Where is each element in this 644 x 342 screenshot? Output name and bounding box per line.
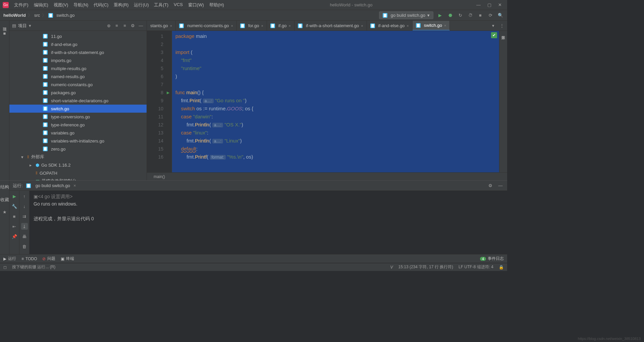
- project-tree[interactable]: 11.goif-and-else.goif-with-a-short-state…: [9, 31, 147, 180]
- stop-icon[interactable]: ■: [11, 213, 18, 220]
- run-settings-icon[interactable]: ⚙: [487, 182, 494, 189]
- project-file-11-go[interactable]: 11.go: [9, 32, 147, 40]
- menu-code[interactable]: 代码(C): [92, 1, 110, 9]
- code-area[interactable]: ✔ package mainimport ( "fmt" "runtime")f…: [172, 31, 499, 172]
- code-line-1[interactable]: package main: [175, 32, 496, 40]
- locate-icon[interactable]: ⊕: [106, 23, 112, 29]
- project-file-packages-go[interactable]: packages.go: [9, 89, 147, 97]
- code-line-6[interactable]: ): [175, 72, 496, 80]
- code-line-12[interactable]: fmt.Println( a…: "OS X."): [175, 121, 496, 129]
- menu-refactor[interactable]: 重构(R): [112, 1, 130, 9]
- menu-tools[interactable]: 工具(T): [152, 1, 170, 9]
- event-log-button[interactable]: 4 事件日志: [480, 256, 504, 262]
- menu-navigate[interactable]: 导航(N): [71, 1, 90, 9]
- close-tab-icon[interactable]: ×: [170, 24, 172, 28]
- exit-icon[interactable]: ⇤: [11, 223, 18, 230]
- code-line-13[interactable]: case "linux":: [175, 129, 496, 137]
- menu-view[interactable]: 视图(V): [52, 1, 70, 9]
- profile-button[interactable]: ⏱: [467, 12, 474, 19]
- pin-icon[interactable]: 📌: [11, 233, 18, 240]
- code-line-16[interactable]: fmt.Printf( format: "%s.\n", os): [175, 153, 496, 161]
- favorites-tool-button[interactable]: 收藏: [0, 197, 9, 203]
- more-tabs-icon[interactable]: ▾: [490, 22, 496, 29]
- chevron-down-icon[interactable]: ▾: [29, 23, 31, 28]
- project-file-if-with-a-short-statement-go[interactable]: if-with-a-short-statement.go: [9, 48, 147, 56]
- stop-button[interactable]: ■: [477, 12, 484, 19]
- project-file-imports-go[interactable]: imports.go: [9, 56, 147, 64]
- editor-tab-if-and-else-go[interactable]: if-and-else.go×: [367, 21, 413, 31]
- project-file-short-variable-declarations-go[interactable]: short-variable-declarations.go: [9, 97, 147, 105]
- code-line-11[interactable]: case "darwin":: [175, 113, 496, 121]
- print-icon[interactable]: 🖶: [21, 233, 28, 240]
- run-tool-button[interactable]: ▶ 运行: [3, 256, 16, 262]
- settings-icon[interactable]: ⚙: [130, 23, 136, 29]
- rerun-button[interactable]: ▶: [11, 193, 18, 199]
- wrench-icon[interactable]: 🔧: [11, 203, 18, 210]
- project-file-type-inference-go[interactable]: type-inference.go: [9, 121, 147, 129]
- editor-breadcrumb-text[interactable]: main(): [154, 174, 165, 179]
- code-line-2[interactable]: [175, 40, 496, 48]
- terminal-tool-button[interactable]: ▣ 终端: [61, 256, 74, 262]
- code-line-8[interactable]: func main() {: [175, 89, 496, 97]
- update-button[interactable]: ⟳: [487, 12, 494, 19]
- down-icon[interactable]: ↓: [21, 203, 28, 210]
- debug-button[interactable]: ⬣: [447, 12, 453, 19]
- close-tab-icon[interactable]: ×: [444, 23, 446, 27]
- go-sdk-node[interactable]: ▸⬢ Go SDK 1.16.2: [9, 161, 147, 169]
- menu-vcs[interactable]: VCS: [172, 1, 185, 9]
- expand-all-icon[interactable]: ≡: [114, 23, 120, 29]
- editor-tab-stants-go[interactable]: stants.go×: [147, 21, 176, 31]
- star-icon[interactable]: ★: [3, 210, 7, 215]
- close-icon[interactable]: ✕: [498, 2, 502, 7]
- external-lib-node[interactable]: ▾⫴ 外部库: [9, 153, 147, 161]
- editor-tab-switch-go[interactable]: switch.go×: [413, 21, 450, 31]
- scratch-node[interactable]: ▧ 草稿文件和控制台: [9, 177, 147, 180]
- up-icon[interactable]: ↑: [21, 193, 28, 199]
- breadcrumb-file[interactable]: switch.go: [56, 13, 74, 18]
- breadcrumb-dir[interactable]: src: [34, 13, 40, 18]
- menu-edit[interactable]: 编辑(E): [32, 1, 50, 9]
- code-line-3[interactable]: import (: [175, 48, 496, 56]
- todo-tool-button[interactable]: ≡ TODO: [21, 256, 37, 261]
- close-tab-icon[interactable]: ×: [73, 183, 76, 188]
- project-file-named-results-go[interactable]: named-results.go: [9, 72, 147, 80]
- code-line-10[interactable]: switch os := runtime.GOOS; os {: [175, 105, 496, 113]
- inspection-ok-icon[interactable]: ✔: [491, 32, 497, 38]
- status-position[interactable]: 15:13 (234 字符, 17 行 换行符): [398, 264, 453, 270]
- code-line-7[interactable]: [175, 80, 496, 89]
- run-panel-config[interactable]: go build switch.go: [36, 183, 70, 188]
- menu-run[interactable]: 运行(U): [132, 1, 151, 9]
- project-file-numeric-constants-go[interactable]: numeric-constants.go: [9, 80, 147, 89]
- code-line-14[interactable]: fmt.Println( a…: "Linux"): [175, 137, 496, 145]
- hide-run-panel-icon[interactable]: —: [497, 182, 504, 189]
- lock-icon[interactable]: 🔒: [499, 265, 504, 270]
- collapse-all-icon[interactable]: ≡: [122, 23, 128, 29]
- code-line-5[interactable]: "runtime": [175, 64, 496, 72]
- project-file-variables-with-initializers-go[interactable]: variables-with-initializers.go: [9, 137, 147, 145]
- tool-window-toggle-icon[interactable]: ◻: [3, 265, 7, 270]
- soft-wrap-icon[interactable]: ⇉: [21, 213, 28, 220]
- breadcrumb-project[interactable]: helloWorld: [3, 13, 26, 18]
- gopath-node[interactable]: ⫴ GOPATH: [9, 169, 147, 177]
- editor-tab-if-with-a-short-statement-go[interactable]: if-with-a-short-statement.go×: [294, 21, 367, 31]
- project-file-if-and-else-go[interactable]: if-and-else.go: [9, 40, 147, 48]
- close-tab-icon[interactable]: ×: [407, 24, 409, 28]
- tabs-list-icon[interactable]: ⋮: [498, 22, 505, 29]
- structure-tool-button[interactable]: 结构: [0, 184, 9, 190]
- status-encoding[interactable]: LF UTF-8 缩进符: 4: [459, 264, 493, 270]
- minimize-icon[interactable]: —: [476, 2, 481, 7]
- maximize-icon[interactable]: ▢: [487, 2, 491, 7]
- editor-tab-numeric-constants-go[interactable]: numeric-constants.go×: [176, 21, 237, 31]
- hide-panel-icon[interactable]: —: [138, 23, 144, 29]
- code-line-15[interactable]: default:: [175, 145, 496, 153]
- project-file-variables-go[interactable]: variables.go: [9, 129, 147, 137]
- clear-icon[interactable]: 🗑: [21, 243, 28, 250]
- menu-help[interactable]: 帮助(H): [207, 1, 226, 9]
- scroll-to-end-icon[interactable]: ⤓: [21, 223, 28, 230]
- editor-tab-for-go[interactable]: for.go×: [237, 21, 267, 31]
- status-v-icon[interactable]: V: [390, 265, 393, 270]
- problems-tool-button[interactable]: ⊘ 问题: [42, 256, 55, 262]
- project-file-type-conversions-go[interactable]: type-conversions.go: [9, 113, 147, 121]
- project-file-multiple-results-go[interactable]: multiple-results.go: [9, 64, 147, 72]
- editor-tab-if-go[interactable]: if.go×: [267, 21, 294, 31]
